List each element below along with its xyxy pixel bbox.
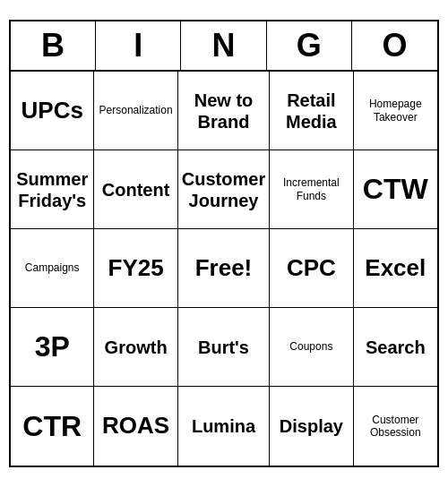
bingo-cell: ROAS — [94, 387, 177, 466]
bingo-cell-text: Customer Obsession — [358, 414, 434, 440]
bingo-cell: UPCs — [11, 72, 94, 150]
bingo-cell: 3P — [11, 308, 94, 387]
bingo-cell-text: Summer Friday's — [14, 168, 90, 211]
bingo-cell-text: CPC — [287, 254, 336, 282]
bingo-cell-text: Free! — [195, 254, 253, 282]
bingo-cell-text: New to Brand — [182, 90, 265, 132]
bingo-cell-text: ROAS — [102, 412, 169, 440]
bingo-cell-text: Homepage Takeover — [358, 98, 434, 124]
bingo-cell: Lumina — [178, 387, 270, 466]
bingo-cell-text: CTW — [363, 172, 428, 206]
bingo-cell: Search — [354, 308, 437, 387]
bingo-cell: Incremental Funds — [270, 150, 353, 229]
bingo-header: BINGO — [11, 21, 437, 72]
bingo-cell-text: Lumina — [192, 415, 255, 437]
bingo-cell: Summer Friday's — [11, 150, 94, 229]
bingo-cell: Personalization — [94, 72, 177, 150]
bingo-header-letter: B — [11, 21, 96, 70]
bingo-cell: Coupons — [270, 308, 353, 387]
bingo-cell: CPC — [270, 229, 353, 308]
bingo-cell-text: CTR — [22, 409, 82, 443]
bingo-cell: CTR — [11, 387, 94, 466]
bingo-cell-text: Growth — [105, 337, 168, 358]
bingo-header-letter: I — [96, 21, 181, 70]
bingo-cell-text: FY25 — [108, 254, 164, 282]
bingo-cell: Display — [270, 387, 353, 466]
bingo-cell-text: Retail Media — [273, 90, 349, 132]
bingo-cell: New to Brand — [178, 72, 270, 150]
bingo-cell-text: Search — [366, 337, 426, 358]
bingo-card: BINGO UPCsPersonalizationNew to BrandRet… — [9, 20, 439, 467]
bingo-cell-text: Burt's — [198, 337, 249, 358]
bingo-header-letter: G — [267, 21, 352, 70]
bingo-cell-text: Campaigns — [25, 261, 80, 274]
bingo-cell-text: 3P — [35, 329, 70, 363]
bingo-cell: Campaigns — [11, 229, 94, 308]
bingo-cell: Content — [94, 150, 177, 229]
bingo-cell-text: Incremental Funds — [273, 176, 349, 202]
bingo-cell-text: Excel — [365, 254, 426, 282]
bingo-cell: CTW — [354, 150, 437, 229]
bingo-header-letter: N — [181, 21, 266, 70]
bingo-cell-text: Content — [102, 179, 170, 201]
bingo-cell: Excel — [354, 229, 437, 308]
bingo-cell: FY25 — [94, 229, 177, 308]
bingo-cell: Free! — [178, 229, 270, 308]
bingo-cell-text: Display — [280, 415, 343, 437]
bingo-cell: Growth — [94, 308, 177, 387]
bingo-cell: Homepage Takeover — [354, 72, 437, 150]
bingo-grid: UPCsPersonalizationNew to BrandRetail Me… — [11, 72, 437, 466]
bingo-cell-text: Coupons — [289, 340, 332, 353]
bingo-cell: Customer Obsession — [354, 387, 437, 466]
bingo-cell-text: UPCs — [22, 97, 83, 124]
bingo-cell: Burt's — [178, 308, 270, 387]
bingo-header-letter: O — [352, 21, 437, 70]
bingo-cell: Retail Media — [270, 72, 353, 150]
bingo-cell: Customer Journey — [178, 150, 270, 229]
bingo-cell-text: Personalization — [99, 104, 173, 116]
bingo-cell-text: Customer Journey — [182, 168, 265, 211]
